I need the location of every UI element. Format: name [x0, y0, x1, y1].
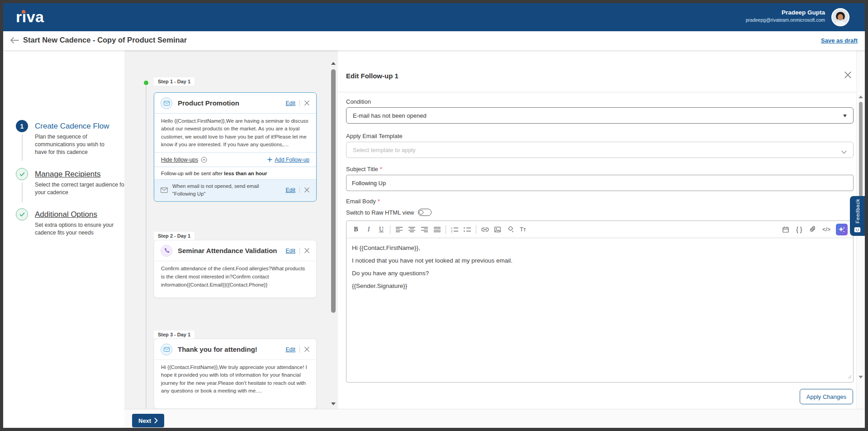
hide-followups-control[interactable]: Hide follow-ups — [161, 157, 207, 163]
subject-label-text: Subject Title — [346, 166, 378, 172]
template-select[interactable] — [346, 142, 854, 158]
align-center-icon[interactable] — [408, 225, 416, 235]
smiley-icon — [854, 227, 861, 233]
hide-followups-link[interactable]: Hide follow-ups — [161, 157, 198, 163]
italic-icon[interactable]: I — [365, 225, 373, 235]
ordered-list-icon[interactable]: 12 — [451, 225, 459, 235]
avatar[interactable] — [831, 8, 849, 26]
next-button[interactable]: Next — [132, 414, 164, 427]
resize-handle[interactable] — [848, 373, 852, 381]
scrollbar-thumb[interactable] — [331, 69, 336, 313]
svg-text:1: 1 — [451, 227, 453, 230]
link-icon[interactable] — [481, 225, 489, 235]
step-message-preview: Hello {{Contact.FirstName}},We are havin… — [154, 114, 316, 152]
subject-field — [346, 175, 854, 191]
stepper-desc: Plan the sequence of communications you … — [35, 133, 113, 156]
underline-icon[interactable]: U — [377, 225, 385, 235]
apply-changes-button[interactable]: Apply Changes — [800, 389, 853, 404]
image-icon[interactable] — [493, 225, 502, 235]
back-arrow-icon[interactable] — [9, 36, 19, 45]
user-email: pradeepg@rivateam.onmicrosoft.com — [746, 17, 825, 23]
raw-html-toggle[interactable] — [418, 209, 432, 216]
scrollbar-thumb[interactable] — [859, 102, 863, 201]
step-label: Step 3 - Day 1 — [154, 330, 194, 339]
card-actions: Edit — [285, 100, 310, 106]
add-followup-control[interactable]: Add Follow-up — [267, 157, 309, 163]
stepper-title-manage-recipients[interactable]: Manage Recipients — [35, 168, 115, 180]
edit-step-link[interactable]: Edit — [285, 248, 295, 254]
card-title: Product Promotion — [178, 99, 280, 107]
condition-select[interactable]: E-mail has not been opened — [346, 107, 854, 124]
bullet-list-icon[interactable] — [463, 225, 471, 235]
followup-timing-value: less than an hour — [224, 171, 267, 176]
cadence-step-card-thank-you[interactable]: Thank you for attending! Edit Hi {{Conta… — [154, 339, 317, 409]
stepper-title-additional-options[interactable]: Additional Options — [35, 208, 115, 220]
remove-step-icon[interactable] — [304, 248, 310, 254]
close-panel-icon[interactable] — [844, 71, 852, 81]
scroll-down-arrow[interactable] — [331, 402, 336, 405]
calendar-icon[interactable] — [782, 225, 790, 235]
app-window: riva Pradeep Gupta pradeepg@rivateam.onm… — [3, 3, 865, 428]
save-as-draft-link[interactable]: Save as draft — [821, 37, 858, 44]
scroll-up-arrow[interactable] — [331, 62, 336, 65]
required-asterisk: * — [378, 198, 380, 205]
remove-step-icon[interactable] — [304, 346, 310, 352]
svg-text:2: 2 — [451, 230, 453, 232]
email-icon — [161, 97, 172, 109]
email-body-label: Email Body* — [346, 198, 380, 205]
bold-icon[interactable]: B — [352, 225, 360, 235]
code-view-icon[interactable]: </> — [822, 225, 830, 235]
card-actions: Edit — [285, 248, 310, 254]
chevron-down-icon — [841, 148, 847, 155]
toolbar-right-group: { } </> — [782, 224, 848, 235]
plus-icon — [267, 157, 272, 162]
feedback-tab[interactable]: Feedback — [850, 196, 865, 236]
text-style-icon[interactable]: Tт — [519, 225, 527, 235]
add-followup-link[interactable]: Add Follow-up — [275, 157, 309, 163]
card-header: Thank you for attending! Edit — [154, 339, 316, 360]
attachment-icon[interactable] — [809, 225, 817, 235]
align-justify-icon[interactable] — [433, 225, 441, 235]
align-right-icon[interactable] — [420, 225, 428, 235]
divider — [299, 100, 300, 106]
toolbar-separator — [446, 225, 446, 234]
stepper-item-additional-options[interactable]: Additional Options Set extra options to … — [16, 208, 115, 237]
step-check-icon — [16, 208, 28, 220]
timeline-start-dot — [144, 81, 148, 85]
followup-row-selected[interactable]: When email is not opened, send email "Fo… — [154, 179, 316, 200]
stepper-item-manage-recipients[interactable]: Manage Recipients Select the correct tar… — [16, 168, 115, 196]
edit-step-link[interactable]: Edit — [285, 346, 295, 353]
condition-value: E-mail has not been opened — [353, 112, 427, 119]
edit-step-link[interactable]: Edit — [285, 100, 295, 106]
edit-followup-link[interactable]: Edit — [285, 187, 295, 193]
step-label: Step 2 - Day 1 — [154, 232, 194, 240]
riva-logo: riva — [16, 3, 44, 31]
required-asterisk: * — [380, 166, 382, 172]
cadence-step-card-product-promotion[interactable]: Product Promotion Edit Hello {{Contact.F… — [154, 92, 317, 201]
editor-paragraph: Do you have any questions? — [352, 270, 848, 277]
align-left-icon[interactable] — [395, 225, 403, 235]
template-input[interactable] — [353, 147, 847, 153]
email-body-content[interactable]: Hi {{Contact.FirstName}}, I noticed that… — [346, 238, 853, 302]
remove-step-icon[interactable] — [304, 100, 310, 106]
email-body-editor: B I U 12 Tт { } </ — [346, 220, 854, 383]
scroll-down-arrow[interactable] — [859, 376, 863, 378]
merge-fields-icon[interactable]: { } — [795, 225, 803, 235]
chevron-up-circle-icon — [201, 157, 207, 163]
cadence-step-card-seminar-attendance[interactable]: Seminar Attendance Validation Edit Confi… — [154, 240, 317, 298]
scroll-up-arrow[interactable] — [859, 96, 863, 98]
fill-color-icon[interactable] — [506, 225, 514, 235]
ai-assist-button[interactable] — [836, 224, 848, 235]
avatar-photo — [832, 9, 849, 25]
remove-followup-icon[interactable] — [304, 187, 310, 193]
user-name: Pradeep Gupta — [746, 9, 825, 17]
subject-input[interactable] — [346, 175, 853, 191]
condition-label: Condition — [346, 98, 371, 105]
stepper-connector — [22, 134, 23, 161]
followup-timing-text: Follow-up will be sent after less than a… — [154, 167, 316, 179]
flow-scrollbar[interactable] — [330, 58, 337, 409]
card-title: Thank you for attending! — [178, 345, 280, 353]
followup-timing-prefix: Follow-up will be sent after — [161, 171, 224, 176]
edit-followup-panel: Edit Follow-up 1 Condition E-mail has no… — [338, 50, 856, 409]
riva-logo-orange-dot — [22, 10, 25, 14]
